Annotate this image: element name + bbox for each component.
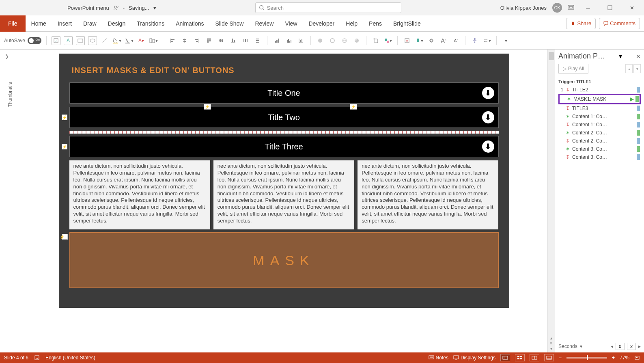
- accessibility-icon[interactable]: [470, 36, 479, 45]
- tab-brightslide[interactable]: BrightSlide: [388, 15, 426, 32]
- scrollbar-thumb[interactable]: [549, 52, 554, 60]
- timeline-bar[interactable]: [637, 87, 640, 93]
- selection-pane-icon[interactable]: [403, 36, 411, 45]
- font-increase-icon[interactable]: A^: [439, 36, 448, 45]
- reading-view-button[interactable]: [530, 354, 539, 361]
- animation-item[interactable]: ↧Content 3: Co…: [558, 153, 641, 161]
- pane-dropdown-icon[interactable]: ▾: [619, 52, 622, 60]
- align-icon[interactable]: ▾: [149, 36, 158, 45]
- settings-icon[interactable]: [427, 36, 436, 45]
- animation-item[interactable]: ✶MASK1: MASK▶: [558, 94, 641, 104]
- tab-animations[interactable]: Animations: [170, 15, 209, 32]
- minimize-button[interactable]: ─: [580, 1, 596, 14]
- scroll-up-icon[interactable]: ▴: [550, 336, 552, 340]
- zoom-in-icon[interactable]: +: [612, 355, 615, 361]
- title-bar-1[interactable]: Title One ⇓: [69, 82, 499, 104]
- ribbon-display-icon[interactable]: [568, 5, 574, 11]
- slide-counter[interactable]: Slide 4 of 6: [4, 355, 28, 361]
- tab-help[interactable]: Help: [340, 15, 363, 32]
- time-end-input[interactable]: [627, 343, 636, 350]
- globe-icon[interactable]: [340, 36, 349, 45]
- fill-icon[interactable]: ▾: [112, 36, 121, 45]
- crop-icon[interactable]: [371, 36, 380, 45]
- move-down-button[interactable]: ▾: [633, 64, 641, 73]
- timeline-bar[interactable]: [637, 122, 640, 127]
- mask-shape[interactable]: ⚡ MASK: [69, 232, 499, 288]
- display-settings-button[interactable]: Display Settings: [453, 355, 495, 361]
- align-right-icon[interactable]: [192, 36, 201, 45]
- timeline-bar[interactable]: [637, 106, 640, 111]
- shapes-icon[interactable]: ▾: [383, 36, 392, 45]
- animation-item[interactable]: ✶Content 1: Co…: [558, 112, 641, 121]
- more-icon[interactable]: ▾: [502, 36, 510, 45]
- swap-icon[interactable]: ▾: [482, 36, 491, 45]
- arrow-down-icon[interactable]: ⇓: [482, 140, 494, 153]
- tab-transitions[interactable]: Transitions: [131, 15, 170, 32]
- title-bar-2[interactable]: ⚡ ⚡ ⚡ Title Two ⇓: [69, 107, 499, 128]
- move-up-button[interactable]: ▴: [625, 64, 633, 73]
- slideshow-view-button[interactable]: [544, 354, 554, 361]
- timeline-bar[interactable]: [637, 130, 640, 136]
- ellipse-icon[interactable]: [88, 36, 97, 45]
- arrow-down-icon[interactable]: ⇓: [482, 111, 494, 123]
- circle-icon[interactable]: [316, 36, 325, 45]
- timeline-bar[interactable]: [637, 146, 640, 152]
- vertical-scrollbar[interactable]: ▴ ≡ ▾: [547, 50, 555, 352]
- autosave-toggle[interactable]: AutoSave On: [4, 37, 41, 44]
- comments-button[interactable]: Comments: [599, 18, 640, 29]
- title-bar-3[interactable]: ⚡ Title Three ⇓: [69, 136, 499, 157]
- line-icon[interactable]: [100, 36, 109, 45]
- arrow-down-icon[interactable]: ⇓: [482, 87, 494, 99]
- align-top-icon[interactable]: [205, 36, 213, 45]
- tab-slideshow[interactable]: Slide Show: [209, 15, 249, 32]
- tab-draw[interactable]: Draw: [78, 15, 102, 32]
- time-prev-icon[interactable]: ◂: [611, 344, 613, 349]
- bookmark-icon[interactable]: ▾: [415, 36, 424, 45]
- share-button[interactable]: Share: [566, 18, 596, 29]
- rectangle-icon[interactable]: [76, 36, 85, 45]
- search-input[interactable]: Search: [255, 2, 401, 13]
- tab-insert[interactable]: Insert: [52, 15, 78, 32]
- timeline-bar[interactable]: [637, 114, 640, 119]
- align-center-h-icon[interactable]: [180, 36, 189, 45]
- scroll-split-icon[interactable]: ≡: [550, 341, 553, 346]
- notes-button[interactable]: Notes: [429, 355, 448, 361]
- chart2-icon[interactable]: [284, 36, 293, 45]
- font-decrease-icon[interactable]: Aˇ: [451, 36, 460, 45]
- animation-item[interactable]: ↧Content 2: Co…: [558, 137, 641, 145]
- content-col-1[interactable]: nec ante dictum, non sollicitudin justo …: [69, 160, 210, 229]
- time-next-icon[interactable]: ▸: [638, 344, 641, 349]
- animation-item[interactable]: ✶Content 3: Co…: [558, 145, 641, 153]
- fit-to-window-icon[interactable]: [634, 355, 640, 360]
- font-color-icon[interactable]: A▾: [137, 36, 146, 45]
- animation-item[interactable]: 1↧TITLE2: [558, 86, 641, 94]
- zoom-level[interactable]: 77%: [620, 355, 629, 361]
- selection-handle[interactable]: ⚡: [204, 104, 211, 110]
- language-status[interactable]: English (United States): [45, 355, 95, 361]
- distribute-v-icon[interactable]: [253, 36, 262, 45]
- distribute-h-icon[interactable]: [241, 36, 250, 45]
- align-middle-icon[interactable]: [217, 36, 226, 45]
- close-button[interactable]: ✕: [624, 1, 640, 14]
- tab-developer[interactable]: Developer: [303, 15, 340, 32]
- tab-home[interactable]: Home: [26, 15, 52, 32]
- timeline-bar[interactable]: [637, 138, 640, 144]
- animation-item[interactable]: ✶Content 2: Co…: [558, 129, 641, 137]
- time-start-input[interactable]: [616, 343, 625, 350]
- selection-handle[interactable]: ⚡: [350, 104, 357, 110]
- timeline-bar[interactable]: [637, 154, 640, 160]
- chart-icon[interactable]: [272, 36, 281, 45]
- file-tab[interactable]: File: [0, 15, 26, 32]
- tab-view[interactable]: View: [279, 15, 303, 32]
- scroll-down-icon[interactable]: ▾: [550, 346, 552, 351]
- tool-icon[interactable]: [52, 36, 60, 45]
- dropdown-icon[interactable]: ▾: [153, 5, 156, 11]
- textbox-icon[interactable]: A: [64, 36, 73, 45]
- sphere-icon[interactable]: [352, 36, 361, 45]
- align-bottom-icon[interactable]: [229, 36, 238, 45]
- play-all-button[interactable]: ▷ Play All: [558, 64, 588, 73]
- zoom-slider[interactable]: [566, 357, 607, 359]
- content-col-3[interactable]: nec ante dictum, non sollicitudin justo …: [358, 160, 498, 229]
- animation-item[interactable]: ↧Content 1: Co…: [558, 121, 641, 129]
- tab-design[interactable]: Design: [102, 15, 131, 32]
